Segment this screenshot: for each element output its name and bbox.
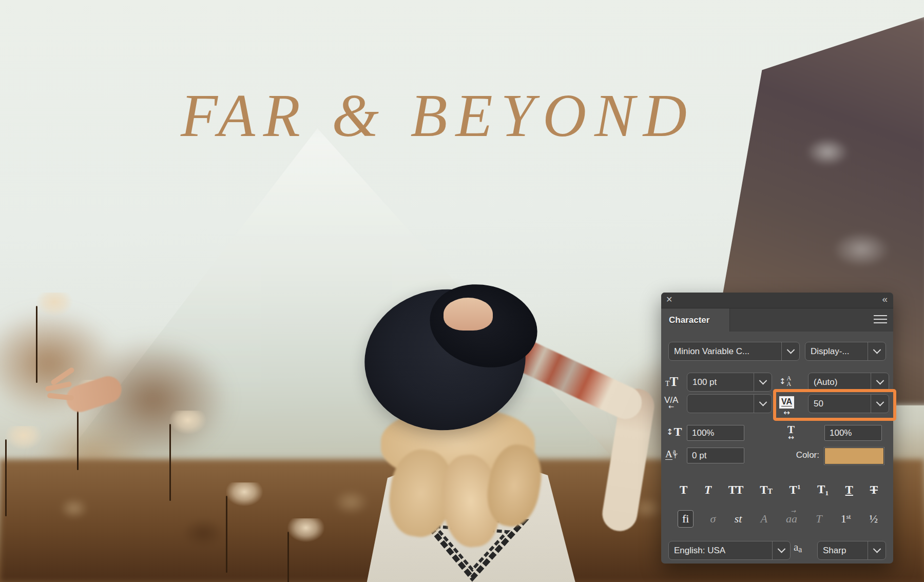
anti-alias-icon: aa [794,541,802,554]
kerning-icon: V/A ← [664,396,678,411]
chevron-down-icon[interactable] [772,541,790,559]
format-buttons-row: TTTTTTT1T1TT [680,479,878,500]
right-hand-on-hat [444,298,493,331]
font-family-select[interactable]: Minion Variable C... [668,342,800,361]
font-style-value: Display-... [805,346,868,357]
small-caps-button[interactable]: TT [760,484,773,496]
blonde-hair [381,409,540,547]
anti-alias-value: Sharp [818,546,868,556]
anti-alias-select[interactable]: Sharp [817,541,886,560]
ordinals-button[interactable]: 1st [841,513,851,525]
outstretched-arm [111,381,402,490]
chevron-down-icon[interactable] [754,395,772,413]
horizontal-scale-value: 100% [830,428,852,438]
chevron-down-icon[interactable] [868,541,886,559]
language-value: English: USA [669,546,772,556]
discretionary-ligatures-button[interactable]: st [735,513,742,525]
font-size-select[interactable]: 100 pt [687,373,772,392]
swash-button[interactable]: A [760,513,767,525]
tracking-highlight-box [773,389,896,421]
strikethrough-button[interactable]: T [870,484,878,496]
collapse-panel-icon[interactable]: « [882,294,888,305]
all-caps-button[interactable]: TT [728,484,743,496]
vertical-scale-input[interactable]: 100% [687,425,744,441]
titling-alternates-button[interactable]: T [816,513,822,525]
fractions-button[interactable]: ½ [869,513,878,525]
color-label: Color: [764,450,819,460]
chevron-down-icon[interactable] [868,342,886,360]
horizontal-scale-input[interactable]: 100% [824,425,882,441]
panel-menu-icon[interactable] [874,315,887,324]
text-color-swatch[interactable] [824,448,884,464]
horizontal-scale-icon: T↔ [787,425,795,442]
kerning-select[interactable] [687,394,772,413]
character-panel: ✕ « Character Minion Variable C... Displ… [661,293,893,564]
standard-ligatures-button[interactable]: fi [678,510,694,528]
panel-titlebar: ✕ « [661,293,893,308]
font-style-select[interactable]: Display-... [805,342,886,361]
panel-body: Minion Variable C... Display-... TT 100 … [661,332,893,564]
baseline-shift-icon: Aa↑ [665,449,678,460]
finger [45,381,72,392]
faux-bold-button[interactable]: T [680,484,687,496]
faux-italic-button[interactable]: T [704,484,711,496]
subscript-button[interactable]: T1 [817,483,829,496]
baseline-shift-input[interactable]: 0 pt [687,448,744,463]
underline-button[interactable]: T [845,484,853,496]
left-hand [63,373,125,415]
photoshop-canvas: FAR & BEYOND ✕ « Character Minion Variab… [0,0,924,582]
chevron-down-icon[interactable] [871,373,889,391]
leading-icon: ↕AA [779,376,791,387]
chevron-down-icon[interactable] [754,373,772,391]
close-icon[interactable]: ✕ [666,295,672,304]
opentype-buttons-row: fiσstA→aaT1st½ [680,507,878,531]
contextual-alternates-button[interactable]: σ [710,513,716,525]
vertical-scale-value: 100% [692,428,714,438]
font-family-value: Minion Variable C... [669,346,781,357]
vertical-scale-icon: ↕T [666,425,682,439]
font-size-icon: TT [665,375,678,389]
baseline-shift-value: 0 pt [692,451,706,461]
superscript-button[interactable]: T1 [790,483,801,496]
font-size-value: 100 pt [687,377,754,387]
stylistic-alternates-button[interactable]: →aa [786,513,797,525]
leading-value: (Auto) [808,377,871,387]
language-select[interactable]: English: USA [668,541,791,560]
panel-tabbar: Character [661,308,893,332]
canvas-text-layer[interactable]: FAR & BEYOND [181,81,695,151]
chevron-down-icon[interactable] [781,342,799,360]
tab-character[interactable]: Character [661,308,730,332]
